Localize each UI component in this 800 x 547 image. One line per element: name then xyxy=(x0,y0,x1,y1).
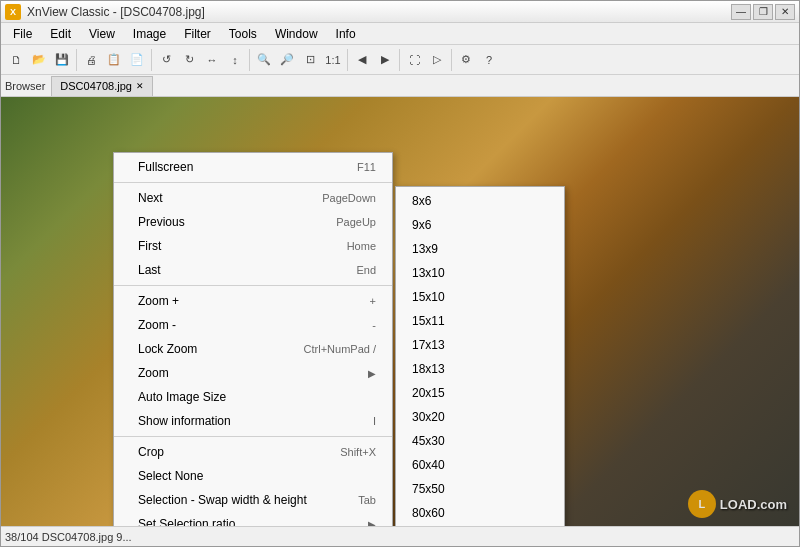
menu-shortcut-show-info: I xyxy=(373,413,376,430)
submenu-item-80x60[interactable]: 80x60 xyxy=(396,501,564,525)
toolbar-btn-print[interactable]: 🖨 xyxy=(80,49,102,71)
toolbar-btn-help[interactable]: ? xyxy=(478,49,500,71)
toolbar-sep-5 xyxy=(399,49,400,71)
menu-window[interactable]: Window xyxy=(267,25,326,43)
menu-label-select-none: Select None xyxy=(138,467,203,485)
toolbar-btn-copy[interactable]: 📋 xyxy=(103,49,125,71)
minimize-button[interactable]: — xyxy=(731,4,751,20)
menubar: File Edit View Image Filter Tools Window… xyxy=(1,23,799,45)
menu-file[interactable]: File xyxy=(5,25,40,43)
submenu-item-13x10[interactable]: 13x10 xyxy=(396,261,564,285)
toolbar-btn-zoom-out[interactable]: 🔎 xyxy=(276,49,298,71)
toolbar-btn-save[interactable]: 💾 xyxy=(51,49,73,71)
menu-item-crop[interactable]: Crop Shift+X xyxy=(114,440,392,464)
toolbar-btn-prev[interactable]: ◀ xyxy=(351,49,373,71)
menu-filter[interactable]: Filter xyxy=(176,25,219,43)
menu-shortcut-next: PageDown xyxy=(322,190,376,207)
statusbar-text: 38/104 DSC04708.jpg 9... xyxy=(5,531,132,543)
menu-view[interactable]: View xyxy=(81,25,123,43)
toolbar-btn-next[interactable]: ▶ xyxy=(374,49,396,71)
titlebar: X XnView Classic - [DSC04708.jpg] — ❐ ✕ xyxy=(1,1,799,23)
toolbar-btn-settings[interactable]: ⚙ xyxy=(455,49,477,71)
menu-arrow-set-selection-ratio: ▶ xyxy=(368,517,376,527)
menu-item-lock-zoom[interactable]: Lock Zoom Ctrl+NumPad / xyxy=(114,337,392,361)
load-text: LOAD.com xyxy=(720,497,787,512)
load-watermark: L LOAD.com xyxy=(688,490,787,518)
menu-item-auto-image-size[interactable]: Auto Image Size xyxy=(114,385,392,409)
menu-label-auto-image-size: Auto Image Size xyxy=(138,388,226,406)
titlebar-left: X XnView Classic - [DSC04708.jpg] xyxy=(5,4,205,20)
submenu-item-75x50[interactable]: 75x50 xyxy=(396,477,564,501)
menu-item-previous[interactable]: Previous PageUp xyxy=(114,210,392,234)
menu-label-last: Last xyxy=(138,261,161,279)
menu-item-fullscreen[interactable]: Fullscreen F11 xyxy=(114,155,392,179)
menu-item-next[interactable]: Next PageDown xyxy=(114,186,392,210)
menu-tools[interactable]: Tools xyxy=(221,25,265,43)
toolbar-btn-zoom-in[interactable]: 🔍 xyxy=(253,49,275,71)
toolbar-btn-zoom-1-1[interactable]: 1:1 xyxy=(322,49,344,71)
menu-shortcut-previous: PageUp xyxy=(336,214,376,231)
toolbar: 🗋 📂 💾 🖨 📋 📄 ↺ ↻ ↔ ↕ 🔍 🔎 ⊡ 1:1 ◀ ▶ ⛶ ▷ ⚙ … xyxy=(1,45,799,75)
menu-shortcut-zoom-minus: - xyxy=(372,317,376,334)
submenu-item-18x13[interactable]: 18x13 xyxy=(396,357,564,381)
menu-image[interactable]: Image xyxy=(125,25,174,43)
menu-label-lock-zoom: Lock Zoom xyxy=(138,340,197,358)
toolbar-btn-new[interactable]: 🗋 xyxy=(5,49,27,71)
menu-label-zoom: Zoom xyxy=(138,364,169,382)
tab-close-icon[interactable]: ✕ xyxy=(136,81,144,91)
menu-item-zoom[interactable]: Zoom ▶ xyxy=(114,361,392,385)
menu-item-select-none[interactable]: Select None xyxy=(114,464,392,488)
toolbar-sep-3 xyxy=(249,49,250,71)
maximize-button[interactable]: ❐ xyxy=(753,4,773,20)
context-menu: Fullscreen F11 Next PageDown Previous Pa… xyxy=(113,152,393,526)
menu-item-zoom-minus[interactable]: Zoom - - xyxy=(114,313,392,337)
toolbar-btn-flip-h[interactable]: ↔ xyxy=(201,49,223,71)
submenu-item-9x6[interactable]: 9x6 xyxy=(396,213,564,237)
submenu-item-8x6[interactable]: 8x6 xyxy=(396,189,564,213)
submenu-item-20x15[interactable]: 20x15 xyxy=(396,381,564,405)
submenu-item-60x40[interactable]: 60x40 xyxy=(396,453,564,477)
toolbar-btn-rotate-right[interactable]: ↻ xyxy=(178,49,200,71)
menu-edit[interactable]: Edit xyxy=(42,25,79,43)
submenu-item-30x20[interactable]: 30x20 xyxy=(396,405,564,429)
toolbar-sep-2 xyxy=(151,49,152,71)
toolbar-btn-fullscreen[interactable]: ⛶ xyxy=(403,49,425,71)
menu-label-zoom-plus: Zoom + xyxy=(138,292,179,310)
image-area: Fullscreen F11 Next PageDown Previous Pa… xyxy=(1,97,799,526)
menu-item-last[interactable]: Last End xyxy=(114,258,392,282)
toolbar-btn-zoom-fit[interactable]: ⊡ xyxy=(299,49,321,71)
menu-shortcut-last: End xyxy=(356,262,376,279)
menu-shortcut-crop: Shift+X xyxy=(340,444,376,461)
toolbar-btn-rotate-left[interactable]: ↺ xyxy=(155,49,177,71)
menu-info[interactable]: Info xyxy=(328,25,364,43)
statusbar: 38/104 DSC04708.jpg 9... xyxy=(1,526,799,546)
toolbar-btn-flip-v[interactable]: ↕ xyxy=(224,49,246,71)
menu-item-zoom-plus[interactable]: Zoom + + xyxy=(114,289,392,313)
menu-item-show-info[interactable]: Show information I xyxy=(114,409,392,433)
menu-item-first[interactable]: First Home xyxy=(114,234,392,258)
menu-arrow-zoom: ▶ xyxy=(368,366,376,381)
menu-item-set-selection-ratio[interactable]: Set Selection ratio ▶ xyxy=(114,512,392,526)
menu-sep-3 xyxy=(114,436,392,437)
menu-item-selection-swap[interactable]: Selection - Swap width & height Tab xyxy=(114,488,392,512)
menu-shortcut-lock-zoom: Ctrl+NumPad / xyxy=(304,341,376,358)
toolbar-btn-open[interactable]: 📂 xyxy=(28,49,50,71)
tab-dsc[interactable]: DSC04708.jpg ✕ xyxy=(51,76,153,96)
toolbar-btn-slideshow[interactable]: ▷ xyxy=(426,49,448,71)
window-title: XnView Classic - [DSC04708.jpg] xyxy=(27,5,205,19)
submenu-item-17x13[interactable]: 17x13 xyxy=(396,333,564,357)
close-button[interactable]: ✕ xyxy=(775,4,795,20)
submenu-item-13x9[interactable]: 13x9 xyxy=(396,237,564,261)
toolbar-btn-paste[interactable]: 📄 xyxy=(126,49,148,71)
menu-label-show-info: Show information xyxy=(138,412,231,430)
submenu-item-15x11[interactable]: 15x11 xyxy=(396,309,564,333)
titlebar-buttons[interactable]: — ❐ ✕ xyxy=(731,4,795,20)
menu-sep-1 xyxy=(114,182,392,183)
tab-label: DSC04708.jpg xyxy=(60,80,132,92)
menu-shortcut-first: Home xyxy=(347,238,376,255)
app-icon: X xyxy=(5,4,21,20)
submenu-item-15x10[interactable]: 15x10 xyxy=(396,285,564,309)
menu-sep-2 xyxy=(114,285,392,286)
menu-label-set-selection-ratio: Set Selection ratio xyxy=(138,515,235,526)
submenu-item-45x30[interactable]: 45x30 xyxy=(396,429,564,453)
